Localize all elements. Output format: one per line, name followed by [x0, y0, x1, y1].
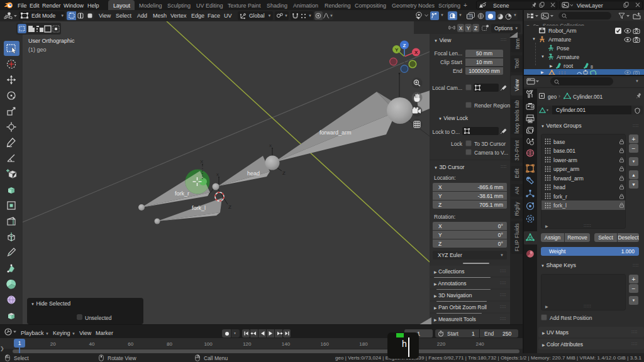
- svg-text:Y: Y: [395, 47, 399, 53]
- svg-text:fork_r: fork_r: [175, 190, 189, 197]
- svg-text:head: head: [247, 170, 260, 177]
- svg-text:X: X: [414, 50, 418, 55]
- svg-text:x: x: [216, 172, 219, 177]
- svg-text:Z: Z: [228, 204, 231, 210]
- svg-text:forward_arm: forward_arm: [319, 129, 352, 136]
- svg-text:x: x: [269, 143, 272, 148]
- svg-text:Z: Z: [403, 43, 406, 48]
- svg-text:X: X: [200, 159, 204, 165]
- svg-text:(1) geo: (1) geo: [28, 47, 47, 53]
- svg-text:fork_l: fork_l: [192, 205, 206, 211]
- svg-text:Z: Z: [282, 170, 286, 176]
- svg-text:User Orthographic: User Orthographic: [28, 38, 75, 44]
